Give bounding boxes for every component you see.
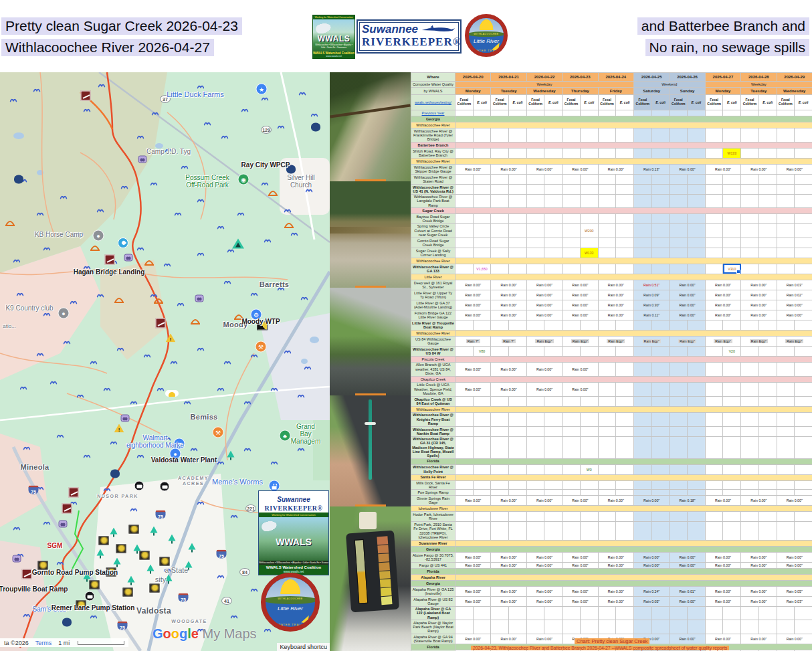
section-band[interactable]	[455, 547, 812, 553]
sheet-cell[interactable]	[616, 223, 634, 238]
rain-cell[interactable]: Rain 0.00"	[455, 382, 491, 396]
sheet-cell[interactable]	[651, 412, 670, 426]
sheet-cell[interactable]	[723, 213, 741, 223]
rain-cell[interactable]: Rain 0.11"	[633, 310, 669, 320]
sheet-cell[interactable]	[580, 238, 598, 248]
sheet-cell[interactable]	[758, 412, 777, 426]
sheet-cell[interactable]	[598, 490, 616, 496]
poi-tools-marker[interactable]: ⚒	[256, 341, 267, 353]
sheet-cell[interactable]	[580, 346, 598, 356]
sheet-cell[interactable]	[616, 412, 634, 426]
bird-marker[interactable]	[217, 220, 225, 232]
bird-marker[interactable]	[13, 254, 21, 266]
sheet-cell[interactable]	[509, 223, 527, 238]
sheet-cell[interactable]	[491, 264, 509, 274]
bird-marker[interactable]	[97, 288, 104, 300]
sheet-cell[interactable]	[670, 223, 688, 238]
sheet-cell[interactable]	[723, 382, 741, 396]
sheet-cell[interactable]	[758, 436, 777, 458]
sheet-cell[interactable]	[777, 223, 795, 238]
rain-cell[interactable]: Rain 0.00"	[705, 563, 740, 569]
sheet-cell[interactable]	[598, 512, 616, 522]
sheet-cell[interactable]	[509, 396, 527, 406]
sheet-cell[interactable]	[455, 464, 474, 474]
bridge-marker[interactable]	[191, 315, 200, 327]
sheet-cell[interactable]	[633, 320, 651, 330]
bird-marker[interactable]	[181, 160, 189, 172]
sheet-cell[interactable]	[723, 248, 741, 258]
sheet-cell[interactable]	[670, 320, 688, 330]
sheet-cell[interactable]	[723, 426, 741, 436]
sheet-cell[interactable]	[795, 149, 812, 159]
poi-water-marker[interactable]: ●	[170, 448, 181, 460]
sheet-cell[interactable]	[455, 512, 474, 522]
sheet-cell[interactable]	[705, 396, 723, 406]
rain-cell[interactable]: Rain 0.00"	[526, 597, 562, 607]
sheet-cell[interactable]	[633, 128, 651, 143]
sheet-cell[interactable]	[473, 175, 491, 185]
keyboard-shortcuts-link[interactable]: Keyboard shortcu	[277, 643, 330, 651]
sheet-cell[interactable]	[455, 213, 474, 223]
sheet-cell[interactable]	[455, 412, 474, 426]
bird-marker[interactable]	[104, 382, 111, 394]
sheet-cell[interactable]	[455, 175, 474, 185]
camera-marker[interactable]	[85, 591, 95, 601]
sheet-cell[interactable]	[616, 490, 634, 496]
rain-cell[interactable]: Rain 0.00"	[491, 553, 526, 563]
tree-marker[interactable]	[168, 535, 177, 547]
navy-marker[interactable]	[311, 123, 320, 132]
sheet-cell[interactable]	[544, 426, 563, 436]
sheet-cell[interactable]	[705, 238, 723, 248]
sheet-cell[interactable]	[651, 238, 670, 248]
sheet-cell[interactable]	[544, 149, 563, 159]
sheet-cell[interactable]	[651, 382, 670, 396]
sheet-cell[interactable]: W200	[580, 223, 598, 238]
rain-cell[interactable]: Rain 0.00"	[741, 300, 777, 310]
sheet-cell[interactable]	[795, 320, 812, 330]
bridge-marker[interactable]	[114, 294, 124, 306]
sheet-cell[interactable]	[633, 607, 651, 620]
sheet-cell[interactable]	[580, 426, 598, 436]
sheet-cell[interactable]	[633, 248, 651, 258]
sheet-cell[interactable]	[651, 110, 670, 116]
sheet-cell[interactable]: V80	[473, 346, 491, 356]
rain-cell[interactable]: Rain 0.00"	[670, 563, 705, 569]
warning-marker[interactable]	[114, 424, 124, 433]
sheet-cell[interactable]	[473, 412, 491, 426]
sheet-cell[interactable]	[741, 213, 759, 223]
sheet-cell[interactable]	[795, 195, 812, 208]
tree-marker[interactable]	[110, 528, 118, 541]
rain-cell[interactable]: Rain 0.00"	[598, 290, 633, 300]
sheet-cell[interactable]	[544, 436, 563, 458]
tree-marker[interactable]	[146, 565, 155, 577]
rain-cell[interactable]: Rain 0.00"	[598, 496, 633, 506]
bird-marker[interactable]	[57, 429, 64, 441]
sheet-cell[interactable]	[563, 346, 581, 356]
sheet-cell[interactable]	[598, 128, 616, 143]
sheet-cell[interactable]	[633, 426, 651, 436]
sheet-cell[interactable]	[616, 110, 634, 116]
rain-cell[interactable]: Rain 0.00"	[491, 310, 526, 320]
rain-cell[interactable]: Rain 0.00"	[491, 280, 526, 290]
sheet-cell[interactable]	[705, 490, 723, 496]
sheet-cell[interactable]	[473, 223, 491, 238]
sheet-cell[interactable]	[580, 607, 598, 620]
sheet-cell[interactable]	[670, 362, 688, 376]
bird-marker[interactable]	[298, 442, 305, 454]
bird-marker[interactable]	[104, 482, 111, 494]
sheet-cell[interactable]	[509, 175, 527, 185]
rain-cell[interactable]: Rain 0.00"	[491, 563, 526, 569]
sheet-cell[interactable]	[651, 362, 670, 376]
bird-marker[interactable]	[271, 382, 278, 394]
sheet-cell[interactable]	[741, 320, 759, 330]
sheet-cell[interactable]	[526, 185, 544, 195]
bridge-marker[interactable]	[284, 219, 294, 231]
sheet-cell[interactable]	[758, 512, 777, 522]
sheet-cell[interactable]	[651, 248, 670, 258]
sheet-cell[interactable]	[723, 128, 741, 143]
bird-marker[interactable]	[197, 80, 205, 92]
binoculars-marker[interactable]	[138, 156, 147, 163]
sheet-cell[interactable]	[705, 464, 723, 474]
sheet-cell[interactable]	[633, 110, 651, 116]
sheet-cell[interactable]	[473, 238, 491, 248]
